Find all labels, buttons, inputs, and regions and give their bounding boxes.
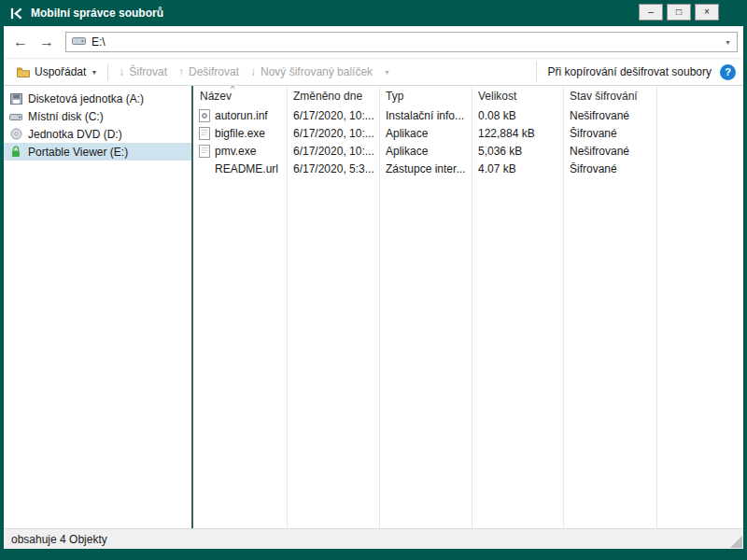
file-type: Instalační info...	[379, 109, 472, 122]
toolbar-right-group: Při kopírování dešifrovat soubory ?	[536, 62, 736, 82]
sidebar-item-label: Portable Viewer (E:)	[28, 146, 128, 159]
new-package-dropdown-button[interactable]: ▼	[378, 66, 396, 78]
organize-label: Uspořádat	[35, 65, 86, 78]
window-title: Mobilní správce souborů	[31, 7, 163, 20]
encrypt-label: Šifrovat	[129, 65, 167, 78]
back-button[interactable]: ←	[9, 31, 32, 53]
file-name: README.url	[215, 162, 278, 175]
column-separator[interactable]	[656, 86, 657, 528]
decrypt-arrow-icon: ↑	[178, 66, 184, 77]
maximize-button[interactable]: □	[667, 4, 691, 21]
file-modified: 6/17/2020, 10:...	[287, 127, 379, 140]
file-list-pane: ^ Název Změněno dne Typ Velikost Stav ši…	[193, 86, 743, 528]
file-encryption-status: Nešifrované	[563, 145, 656, 158]
status-text: obsahuje 4 Objekty	[11, 533, 107, 546]
sort-ascending-icon: ^	[231, 86, 234, 93]
file-row-readme[interactable]: README.url 6/17/2020, 5:3... Zástupce in…	[193, 160, 743, 177]
column-separator[interactable]	[472, 86, 472, 528]
sidebar-item-label: Disketová jednotka (A:)	[28, 92, 144, 105]
sidebar-item-portable-viewer-e[interactable]: Portable Viewer (E:)	[4, 143, 191, 161]
file-type: Aplikace	[379, 127, 472, 140]
file-name: bigfile.exe	[215, 127, 265, 140]
column-header-name[interactable]: Název	[193, 90, 287, 103]
sidebar-item-floppy-a[interactable]: Disketová jednotka (A:)	[4, 90, 191, 107]
decrypt-label: Dešifrovat	[189, 65, 239, 78]
new-encrypted-package-button[interactable]: ↓ Nový šifrovaný balíček	[245, 63, 378, 81]
file-name: autorun.inf	[215, 109, 268, 122]
application-file-icon	[199, 127, 210, 140]
column-header-type[interactable]: Typ	[379, 90, 472, 103]
status-bar: obsahuje 4 Objekty	[4, 528, 743, 549]
toolbar: Uspořádat ▼ ↓ Šifrovat ↑ Dešifrovat ↓ No…	[4, 58, 743, 86]
column-header-modified[interactable]: Změněno dne	[287, 90, 379, 103]
address-path: E:\	[92, 35, 106, 49]
help-button[interactable]: ?	[720, 64, 736, 80]
dvd-drive-icon	[9, 128, 22, 140]
main-area: Disketová jednotka (A:) Místní disk (C:)	[4, 86, 743, 528]
back-arrow-icon: ←	[13, 35, 28, 49]
window-controls: – □ ×	[639, 4, 719, 21]
decrypt-button[interactable]: ↑ Dešifrovat	[173, 63, 245, 81]
file-modified: 6/17/2020, 5:3...	[287, 162, 379, 175]
forward-button[interactable]: →	[35, 31, 58, 53]
forward-arrow-icon: →	[39, 35, 54, 49]
kaspersky-logo-icon	[8, 6, 23, 21]
encrypt-button[interactable]: ↓ Šifrovat	[113, 63, 173, 81]
file-modified: 6/17/2020, 10:...	[287, 145, 379, 158]
file-encryption-status: Šifrované	[563, 162, 656, 175]
package-arrow-icon: ↓	[250, 66, 256, 77]
column-header-size[interactable]: Velikost	[472, 90, 563, 103]
file-row-pmv[interactable]: pmv.exe 6/17/2020, 10:... Aplikace 5,036…	[193, 142, 743, 160]
decrypt-on-copy-option[interactable]: Při kopírování dešifrovat soubory	[548, 65, 712, 78]
folder-icon	[17, 67, 30, 77]
sidebar-item-label: Jednotka DVD (D:)	[28, 128, 122, 141]
file-size: 0.08 kB	[472, 109, 563, 122]
drives-sidebar: Disketová jednotka (A:) Místní disk (C:)	[4, 86, 191, 528]
sidebar-item-dvd-d[interactable]: Jednotka DVD (D:)	[4, 125, 191, 143]
encrypt-arrow-icon: ↓	[119, 66, 124, 77]
file-type: Zástupce inter...	[379, 162, 472, 175]
file-size: 4.07 kB	[472, 162, 563, 175]
floppy-drive-icon	[9, 92, 22, 105]
titlebar: Mobilní správce souborů – □ ×	[0, 0, 747, 26]
file-name: pmv.exe	[215, 145, 256, 158]
organize-dropdown-icon: ▼	[91, 69, 97, 76]
resize-grip[interactable]	[730, 536, 742, 548]
drive-icon	[72, 35, 86, 49]
address-bar[interactable]: E:\ ▼	[65, 32, 738, 52]
column-separator[interactable]	[287, 86, 288, 528]
lock-icon	[9, 146, 22, 158]
sidebar-item-local-disk-c[interactable]: Místní disk (C:)	[4, 107, 191, 125]
close-button[interactable]: ×	[695, 4, 719, 21]
setup-information-file-icon	[199, 109, 210, 122]
file-row-autorun[interactable]: autorun.inf 6/17/2020, 10:... Instalační…	[193, 106, 743, 124]
file-size: 122,884 kB	[472, 127, 563, 140]
hard-disk-icon	[9, 110, 22, 122]
application-file-icon	[199, 145, 210, 158]
file-modified: 6/17/2020, 10:...	[287, 109, 379, 122]
organize-button[interactable]: Uspořádat ▼	[11, 63, 103, 81]
minimize-button[interactable]: –	[639, 4, 663, 21]
column-separator[interactable]	[563, 86, 564, 528]
address-dropdown-icon[interactable]: ▼	[725, 39, 731, 46]
file-row-bigfile[interactable]: bigfile.exe 6/17/2020, 10:... Aplikace 1…	[193, 124, 743, 142]
column-separator[interactable]	[379, 86, 380, 528]
new-encrypted-package-label: Nový šifrovaný balíček	[261, 65, 373, 78]
file-size: 5,036 kB	[472, 145, 563, 158]
file-type: Aplikace	[379, 145, 472, 158]
toolbar-separator	[107, 63, 108, 80]
column-header-encryption-status[interactable]: Stav šifrování	[563, 90, 656, 103]
sidebar-item-label: Místní disk (C:)	[28, 110, 104, 123]
column-header-row: ^ Název Změněno dne Typ Velikost Stav ši…	[193, 86, 743, 106]
help-icon: ?	[725, 66, 731, 77]
window-content: ← → E:\ ▼	[4, 26, 743, 549]
portable-file-manager-window: Mobilní správce souborů – □ × ← →	[0, 0, 747, 560]
navigation-bar: ← → E:\ ▼	[4, 26, 743, 58]
new-package-dropdown-icon: ▼	[384, 69, 390, 76]
file-encryption-status: Nešifrované	[563, 109, 656, 122]
file-encryption-status: Šifrované	[563, 127, 656, 140]
